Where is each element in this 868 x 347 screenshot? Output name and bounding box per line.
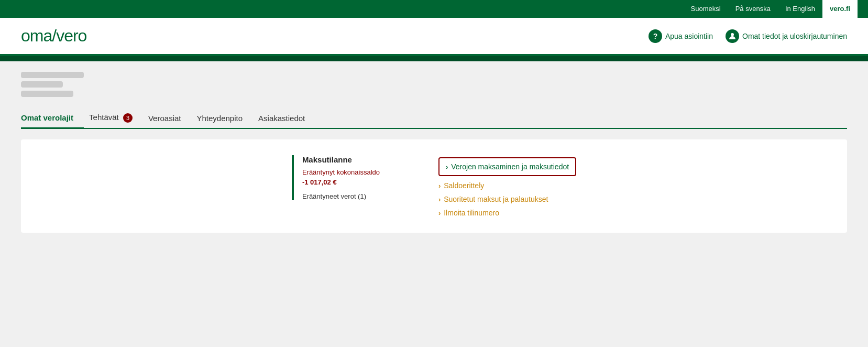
user-info-line-2 <box>21 81 63 88</box>
link-label: Ilmoita tilinumero <box>444 209 499 217</box>
svg-point-0 <box>731 33 734 36</box>
tab-tehtavat[interactable]: Tehtävät 3 <box>89 107 143 128</box>
account-button[interactable]: Omat tiedot ja uloskirjautuminen <box>726 29 847 43</box>
nav-verofi[interactable]: vero.fi <box>822 0 858 18</box>
account-icon <box>726 29 739 43</box>
account-label: Omat tiedot ja uloskirjautuminen <box>742 32 847 40</box>
tab-yhteydenpito[interactable]: Yhteydenpito <box>196 109 253 128</box>
chevron-icon: › <box>438 196 441 203</box>
logo: oma/vero <box>21 26 86 46</box>
maksutilanne-eraat: Erääntyneet verot (1) <box>302 192 407 200</box>
dark-bar <box>0 56 868 61</box>
maksutilanne-amount: -1 017,02 € <box>302 178 407 186</box>
user-info <box>21 72 847 97</box>
maksutilanne-title: Maksutilanne <box>302 155 407 164</box>
tab-asiakastiedot[interactable]: Asiakastiedot <box>258 109 315 128</box>
logo-oma: oma/vero <box>21 26 86 46</box>
card-inner: Maksutilanne Erääntynyt kokonaissaldo -1… <box>292 155 576 217</box>
main-content: Omat verolajit Tehtävät 3 Veroasiat Yhte… <box>0 61 868 323</box>
link-label: Saldoerittely <box>444 181 484 190</box>
header-actions: ? Apua asiointiin Omat tiedot ja uloskir… <box>649 29 847 43</box>
tab-veroasiat[interactable]: Veroasiat <box>148 109 192 128</box>
card-container: Maksutilanne Erääntynyt kokonaissaldo -1… <box>21 139 847 233</box>
maksutilanne-section: Maksutilanne Erääntynyt kokonaissaldo -1… <box>292 155 407 200</box>
link-ilmoita-tilinumero[interactable]: › Ilmoita tilinumero <box>438 209 576 217</box>
link-saldoerittely[interactable]: › Saldoerittely <box>438 181 576 190</box>
user-info-line-3 <box>21 91 73 97</box>
maksutilanne-subtitle: Erääntynyt kokonaissaldo <box>302 168 407 176</box>
link-label: Verojen maksaminen ja maksutiedot <box>451 162 569 171</box>
nav-svenska[interactable]: På svenska <box>728 0 778 18</box>
links-section: › Verojen maksaminen ja maksutiedot › Sa… <box>438 155 576 217</box>
link-label: Suoritetut maksut ja palautukset <box>444 195 548 203</box>
link-suoritetut-maksut[interactable]: › Suoritetut maksut ja palautukset <box>438 195 576 203</box>
header: oma/vero ? Apua asiointiin Omat tiedot j… <box>0 18 868 56</box>
nav-suomeksi[interactable]: Suomeksi <box>684 0 728 18</box>
chevron-icon: › <box>446 163 448 171</box>
top-nav: Suomeksi På svenska In English vero.fi <box>0 0 868 18</box>
user-info-line-1 <box>21 72 84 78</box>
chevron-icon: › <box>438 182 441 190</box>
tab-badge-tehtavat: 3 <box>123 113 133 123</box>
help-icon: ? <box>649 29 662 43</box>
chevron-icon: › <box>438 209 441 217</box>
help-label: Apua asiointiin <box>665 32 713 40</box>
tab-omat-verolajit[interactable]: Omat verolajit <box>21 108 84 129</box>
tabs: Omat verolajit Tehtävät 3 Veroasiat Yhte… <box>21 107 847 129</box>
link-verojen-maksaminen[interactable]: › Verojen maksaminen ja maksutiedot <box>438 157 576 176</box>
nav-english[interactable]: In English <box>778 0 822 18</box>
help-button[interactable]: ? Apua asiointiin <box>649 29 713 43</box>
